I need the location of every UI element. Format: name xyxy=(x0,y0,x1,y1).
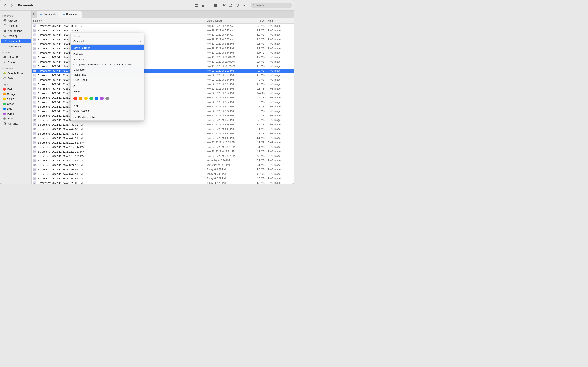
svg-rect-102 xyxy=(34,93,35,93)
context-menu-tag-dot[interactable] xyxy=(79,97,82,100)
file-row[interactable]: Screenshot 2022-11-24 at 3.51.57 PM Toda… xyxy=(32,167,294,172)
svg-rect-63 xyxy=(34,49,35,49)
file-date: Nov 22, 2022 at 12:21 PM xyxy=(207,150,251,153)
shared-icon xyxy=(3,60,7,64)
context-menu-tag-dot[interactable] xyxy=(100,97,104,100)
context-menu-item-rename[interactable]: Rename xyxy=(71,57,144,62)
date-column-header[interactable]: Date Modified xyxy=(207,19,251,22)
context-menu-item-duplicate[interactable]: Duplicate xyxy=(71,67,144,72)
share-button[interactable] xyxy=(228,2,233,8)
applications-icon xyxy=(3,29,7,33)
icon-view-button[interactable] xyxy=(194,2,200,8)
context-menu-item-quick-look[interactable]: Quick Look xyxy=(71,77,144,82)
add-tab-button[interactable]: + xyxy=(288,12,293,17)
file-row[interactable]: Screenshot 2022-11-22 at 12.21.44 PM Nov… xyxy=(32,145,294,149)
svg-rect-177 xyxy=(34,178,35,178)
sidebar-item-applications[interactable]: Applications xyxy=(1,28,31,33)
file-row[interactable]: Screenshot 2022-11-23 at 8.24.13 PM Yest… xyxy=(32,163,294,167)
sidebar-item-airdrop[interactable]: AirDrop xyxy=(1,18,31,23)
file-row[interactable]: Screenshot 2022-11-22 at 12.21.57 PM Nov… xyxy=(32,149,294,154)
file-kind: PNG image xyxy=(268,60,292,63)
sidebar-item-desktop[interactable]: Desktop xyxy=(1,33,31,38)
context-menu-item-set-desktop[interactable]: Set Desktop Picture xyxy=(71,115,144,120)
context-menu-item-move-to-trash[interactable]: Move to Trash xyxy=(71,45,144,50)
file-date: Nov 19, 2022 at 7:58 AM xyxy=(207,38,251,41)
context-menu-tag-dot[interactable] xyxy=(84,97,88,100)
file-row[interactable]: Screenshot 2022-11-22 at 12.37.00 PM Nov… xyxy=(32,154,294,158)
gallery-view-button[interactable] xyxy=(212,2,218,8)
context-menu-item-open-with[interactable]: Open With› xyxy=(71,39,144,44)
file-row[interactable]: Screenshot 2022-11-19 at 7.40.43 AM Nov … xyxy=(32,28,294,33)
harddrive-icon xyxy=(3,77,7,80)
list-view-button[interactable] xyxy=(200,2,206,8)
context-menu-item-copy[interactable]: Copy xyxy=(71,84,144,89)
sidebar-item-tag-red[interactable]: Red xyxy=(1,87,31,92)
file-row[interactable]: Screenshot 2022-11-19 at 7.36.25 AM Nov … xyxy=(32,24,294,28)
svg-rect-55 xyxy=(34,40,35,40)
file-row[interactable]: Screenshot 2022-11-23 at 8.16.51 PM Yest… xyxy=(32,158,294,163)
context-menu-item-quick-actions[interactable]: Quick Actions› xyxy=(71,108,144,113)
context-menu: OpenOpen With›Move to TrashGet InfoRenam… xyxy=(70,33,144,121)
file-size: 2.7 MB xyxy=(251,47,268,50)
context-menu-item-open[interactable]: Open xyxy=(71,34,144,39)
context-menu-item-tags-item[interactable]: Tags... xyxy=(71,103,144,108)
context-menu-tag-dot[interactable] xyxy=(89,97,93,100)
more-button[interactable] xyxy=(241,2,247,8)
sidebar-item-google-drive[interactable]: Google Drive xyxy=(1,71,31,76)
file-row[interactable]: Screenshot 2022-11-22 at 4.42.39 PM Nov … xyxy=(32,127,294,131)
search-box[interactable] xyxy=(251,3,292,8)
svg-rect-139 xyxy=(34,134,35,134)
kind-column-header[interactable]: Kind xyxy=(268,19,292,22)
svg-rect-42 xyxy=(34,26,35,26)
file-row[interactable]: Screenshot 2022-11-22 at 4.38.32 PM Nov … xyxy=(32,122,294,127)
file-row[interactable]: Screenshot 2022-11-22 at 4.45.11 PM Nov … xyxy=(32,136,294,140)
context-menu-tag-dot[interactable] xyxy=(95,97,98,100)
context-menu-item-share[interactable]: Share... xyxy=(71,89,144,94)
context-menu-separator xyxy=(71,102,144,102)
file-row[interactable]: Screenshot 2022-11-24 at 7.09.44 PM Toda… xyxy=(32,176,294,181)
forward-button[interactable] xyxy=(9,2,15,8)
svg-rect-91 xyxy=(34,80,35,80)
file-row[interactable]: Screenshot 2022-11-22 at 4.42.58 PM Nov … xyxy=(32,131,294,136)
file-row[interactable]: Screenshot 2022-11-24 at 6.42.11 PM Toda… xyxy=(32,172,294,176)
size-column-header[interactable]: Size xyxy=(251,19,268,22)
sidebar-item-shared[interactable]: Shared xyxy=(1,60,31,65)
sidebar-item-tag-gray[interactable]: Gray xyxy=(1,116,31,121)
file-icon xyxy=(33,96,37,99)
context-menu-item-make-alias[interactable]: Make Alias xyxy=(71,72,144,77)
sidebar-item-tag-orange[interactable]: Orange xyxy=(1,92,31,96)
file-row[interactable]: Screenshot 2022-11-22 at 12.03.37 PM Nov… xyxy=(32,140,294,145)
sidebar-item-tag-blue[interactable]: Blue xyxy=(1,106,31,111)
search-input[interactable] xyxy=(255,4,290,7)
context-menu-item-get-info[interactable]: Get Info xyxy=(71,52,144,57)
sidebar-item-icloud-drive[interactable]: iCloud Drive xyxy=(1,55,31,59)
file-size: 1 MB xyxy=(251,128,268,131)
svg-rect-122 xyxy=(34,116,35,116)
sidebar-item-data[interactable]: Data xyxy=(1,76,31,81)
sidebar-item-tag-green[interactable]: Green xyxy=(1,101,31,106)
group-by-button[interactable] xyxy=(221,2,227,8)
file-size: 1.5 MB xyxy=(251,168,268,171)
sidebar-item-tag-purple[interactable]: Purple xyxy=(1,111,31,116)
context-menu-tag-dot[interactable] xyxy=(105,97,109,100)
sidebar-item-downloads[interactable]: Downloads xyxy=(1,44,31,49)
tags-button[interactable] xyxy=(234,2,240,8)
svg-point-18 xyxy=(243,5,243,6)
sidebar-item-all-tags[interactable]: All Tags... xyxy=(1,121,31,126)
context-menu-tag-dot[interactable] xyxy=(73,97,77,100)
tab-close-button[interactable]: ✕ xyxy=(33,13,36,16)
sidebar-item-tag-yellow[interactable]: Yellow xyxy=(1,97,31,101)
svg-rect-49 xyxy=(34,34,35,34)
file-kind: PNG image xyxy=(268,128,292,131)
context-menu-item-compress[interactable]: Compress "Screenshot 2022-11-19 at 7.40.… xyxy=(71,62,144,67)
back-button[interactable] xyxy=(2,2,8,8)
column-view-button[interactable] xyxy=(206,2,212,8)
file-row[interactable]: Screenshot 2022-11-24 at 7.20.06 PM Toda… xyxy=(32,181,294,184)
sidebar-item-documents[interactable]: Documents xyxy=(1,39,31,43)
file-name: Screenshot 2022-11-23 at 8.24.13 PM xyxy=(38,164,207,167)
sidebar-item-recents[interactable]: Recents xyxy=(1,23,31,28)
tab-documents-1[interactable]: Documents xyxy=(36,11,59,17)
name-column-header[interactable]: Name xyxy=(33,19,207,22)
tab-documents-2[interactable]: Documents xyxy=(59,11,82,17)
context-menu-item-label: Quick Look xyxy=(73,78,87,81)
